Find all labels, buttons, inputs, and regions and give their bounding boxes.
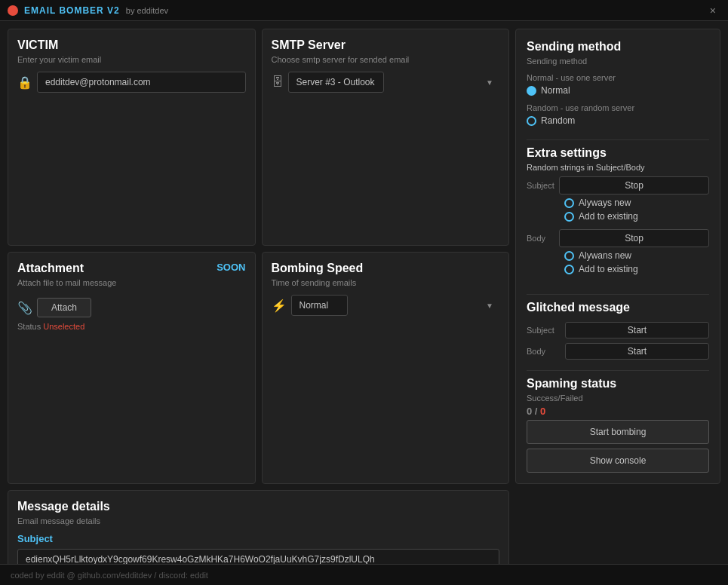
- glitch-body-start-button[interactable]: Start: [565, 343, 709, 360]
- victim-title: VICTIM: [17, 38, 246, 52]
- message-details-title: Message details: [17, 500, 499, 513]
- counts-display: 0 / 0: [527, 406, 709, 417]
- success-fail-label: Success/Failed: [527, 394, 709, 403]
- normal-radio-row[interactable]: Normal: [527, 85, 709, 96]
- subject-add-existing-label: Add to existing: [579, 211, 638, 222]
- normal-method-desc: Normal - use one server: [527, 73, 709, 82]
- glitch-subject-start-button[interactable]: Start: [565, 322, 709, 338]
- glitched-message-title: Glitched message: [527, 301, 709, 314]
- victim-email-input[interactable]: [37, 72, 246, 93]
- close-button[interactable]: ×: [705, 3, 720, 18]
- smtp-select-row: 🗄 Server #1 - Gmail Server #2 - Yahoo Se…: [272, 72, 500, 93]
- body-add-existing-radio[interactable]: [564, 265, 574, 274]
- subject-extra-label: Subject: [527, 181, 554, 190]
- speed-select[interactable]: Slow Normal Fast Ultra Fast: [291, 295, 348, 316]
- attach-header: Attachment Attach file to mail message S…: [17, 262, 246, 295]
- bombing-speed-panel: Bombing Speed Time of sending emails ⚡ S…: [262, 252, 510, 484]
- body-add-existing-label: Add to existing: [579, 264, 638, 274]
- counts-separator: /: [535, 406, 538, 417]
- normal-method-option: Normal - use one server Normal: [527, 73, 709, 99]
- body-stop-button[interactable]: Stop: [559, 229, 709, 247]
- attachment-subtitle: Attach file to mail message: [17, 278, 116, 287]
- body-add-existing-row[interactable]: Add to existing: [564, 264, 709, 274]
- smtp-title: SMTP Server: [272, 38, 500, 52]
- normal-radio-label: Normal: [541, 85, 570, 96]
- fail-count: 0: [540, 406, 545, 417]
- body-always-new-row[interactable]: Alywans new: [564, 250, 709, 261]
- normal-radio-button[interactable]: [527, 86, 536, 96]
- subject-add-existing-row[interactable]: Add to existing: [564, 211, 709, 222]
- title-bar: EMAIL BOMBER V2 by edditdev ×: [0, 0, 728, 21]
- subject-always-new-radio[interactable]: [564, 198, 574, 208]
- app-by: by edditdev: [126, 6, 168, 15]
- attachment-title: Attachment: [17, 262, 116, 275]
- show-console-button[interactable]: Show console: [527, 449, 709, 473]
- action-buttons: Start bombing Show console: [527, 420, 709, 473]
- footer: coded by eddit @ github.com/edditdev / d…: [0, 564, 728, 585]
- sending-method-panel: Sending method Sending method Normal - u…: [515, 29, 720, 484]
- lock-icon: 🔒: [17, 75, 32, 90]
- glitch-subject-label: Subject: [527, 326, 561, 335]
- random-radio-label: Random: [541, 115, 575, 126]
- attachment-panel: Attachment Attach file to mail message S…: [8, 252, 256, 484]
- victim-panel: VICTIM Enter your victim email 🔒: [8, 29, 256, 246]
- glitched-section: Subject Start Body Start: [527, 322, 709, 364]
- subject-always-new-row[interactable]: Alyways new: [564, 198, 709, 208]
- victim-input-row: 🔒: [17, 72, 246, 93]
- speed-icon: ⚡: [272, 299, 287, 313]
- sending-method-title: Sending method: [527, 40, 709, 54]
- subject-add-existing-radio[interactable]: [564, 212, 574, 222]
- message-details-subtitle: Email message details: [17, 516, 499, 525]
- body-always-new-label: Alywans new: [579, 250, 631, 261]
- status-label: Status: [17, 322, 41, 331]
- glitch-subject-row: Subject Start: [527, 322, 709, 338]
- server-icon: 🗄: [272, 75, 284, 89]
- app-title: EMAIL BOMBER V2: [24, 5, 120, 16]
- bombing-speed-subtitle: Time of sending emails: [272, 278, 500, 287]
- glitch-body-row: Body Start: [527, 343, 709, 360]
- smtp-select[interactable]: Server #1 - Gmail Server #2 - Yahoo Serv…: [288, 72, 384, 93]
- body-always-new-radio[interactable]: [564, 251, 574, 261]
- body-extra-row: Body Stop Alywans new Add to existing: [527, 229, 709, 274]
- smtp-panel: SMTP Server Choose smtp server for sende…: [262, 29, 510, 246]
- sending-method-subtitle: Sending method: [527, 57, 709, 66]
- random-method-option: Random - use random server Random: [527, 103, 709, 129]
- random-radio-button[interactable]: [527, 116, 536, 126]
- victim-subtitle: Enter your victim email: [17, 55, 246, 64]
- bombing-speed-title: Bombing Speed: [272, 262, 500, 275]
- extra-settings-title: Extra settings: [527, 146, 709, 160]
- glitch-body-label: Body: [527, 347, 561, 356]
- smtp-select-wrapper: Server #1 - Gmail Server #2 - Yahoo Serv…: [288, 72, 500, 93]
- success-count: 0: [527, 406, 532, 417]
- speed-select-wrapper: Slow Normal Fast Ultra Fast: [291, 295, 500, 316]
- body-extra-label: Body: [527, 234, 554, 243]
- random-method-desc: Random - use random server: [527, 103, 709, 112]
- status-value: Unselected: [43, 322, 84, 331]
- soon-badge: SOON: [217, 262, 245, 273]
- spaming-status-title: Spaming status: [527, 377, 709, 391]
- app-icon: [8, 5, 18, 16]
- subject-stop-button[interactable]: Stop: [559, 176, 709, 194]
- random-radio-row[interactable]: Random: [527, 115, 709, 126]
- speed-select-row: ⚡ Slow Normal Fast Ultra Fast: [272, 295, 500, 316]
- attach-row: 📎 Attach: [17, 298, 246, 317]
- start-bombing-button[interactable]: Start bombing: [527, 420, 709, 444]
- attachment-status: Status Unselected: [17, 322, 246, 331]
- title-bar-left: EMAIL BOMBER V2 by edditdev: [8, 5, 168, 16]
- attach-button[interactable]: Attach: [37, 298, 91, 317]
- subject-always-new-label: Alyways new: [579, 198, 631, 208]
- attach-icon: 📎: [17, 301, 32, 315]
- footer-text: coded by eddit @ github.com/edditdev / d…: [11, 571, 208, 580]
- subject-extra-row: Subject Stop Alyways new Add to existing: [527, 176, 709, 222]
- smtp-subtitle: Choose smtp server for sended email: [272, 55, 500, 64]
- subject-body-title: Random strings in Subject/Body: [527, 163, 709, 172]
- subject-label: Subject: [17, 533, 499, 544]
